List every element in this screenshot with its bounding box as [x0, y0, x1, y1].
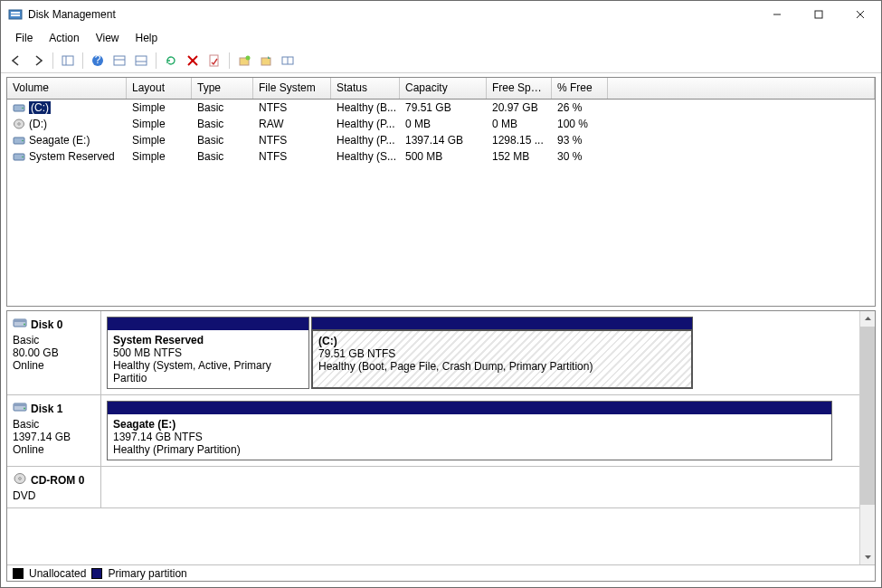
volume-fs: NTFS — [253, 149, 331, 164]
vertical-scrollbar[interactable] — [859, 311, 875, 564]
svg-rect-7 — [62, 56, 73, 65]
minimize-button[interactable] — [756, 1, 798, 28]
disk-row[interactable]: CD-ROM 0DVD — [7, 467, 859, 508]
col-volume[interactable]: Volume — [7, 78, 127, 99]
disk-management-window: Disk Management File Action View Help ? — [0, 0, 882, 588]
svg-point-24 — [22, 108, 24, 109]
disk-partitions — [101, 467, 859, 507]
disk-info-line: Basic — [13, 418, 95, 431]
volume-layout: Simple — [127, 133, 192, 147]
col-pctfree[interactable]: % Free — [552, 78, 608, 99]
partition-bar — [108, 318, 308, 330]
col-layout[interactable]: Layout — [127, 78, 192, 99]
volume-row[interactable]: Seagate (E:)SimpleBasicNTFSHealthy (P...… — [7, 132, 875, 148]
layout-button[interactable] — [278, 51, 298, 71]
partition-bar — [312, 318, 692, 330]
disk-graphical-view[interactable]: Disk 0Basic80.00 GBOnlineSystem Reserved… — [6, 310, 876, 582]
volume-list[interactable]: Volume Layout Type File System Status Ca… — [6, 77, 876, 307]
volume-type: Basic — [192, 117, 253, 131]
volume-layout: Simple — [127, 117, 192, 131]
partition-title: Seagate (E:) — [113, 418, 826, 431]
scroll-up-button[interactable] — [860, 311, 875, 327]
scroll-down-button[interactable] — [860, 549, 875, 564]
volume-row[interactable]: (C:)SimpleBasicNTFSHealthy (B...79.51 GB… — [7, 100, 875, 116]
svg-point-19 — [246, 55, 251, 60]
disk-row[interactable]: Disk 1Basic1397.14 GBOnlineSeagate (E:)1… — [7, 395, 859, 467]
col-capacity[interactable]: Capacity — [400, 78, 487, 99]
col-status[interactable]: Status — [331, 78, 400, 99]
disk-info-line: 80.00 GB — [13, 346, 95, 359]
disk-info-line: Basic — [13, 334, 95, 346]
disk-icon — [13, 317, 27, 332]
volume-pct: 30 % — [552, 149, 608, 164]
volume-fs: RAW — [253, 117, 331, 131]
volume-row[interactable]: System ReservedSimpleBasicNTFSHealthy (S… — [7, 148, 875, 165]
volume-capacity: 1397.14 GB — [400, 133, 487, 147]
volume-type: Basic — [192, 149, 253, 164]
content: Volume Layout Type File System Status Ca… — [1, 73, 881, 587]
partition[interactable]: (C:)79.51 GB NTFSHealthy (Boot, Page Fil… — [311, 317, 693, 389]
volume-type: Basic — [192, 133, 253, 147]
svg-rect-2 — [11, 14, 20, 16]
volume-icon — [13, 135, 25, 146]
help-button[interactable]: ? — [88, 51, 108, 71]
disk-info: Disk 0Basic80.00 GBOnline — [7, 311, 101, 394]
titlebar[interactable]: Disk Management — [1, 1, 881, 28]
menu-help[interactable]: Help — [128, 30, 166, 46]
volume-capacity: 79.51 GB — [400, 100, 487, 115]
properties-button[interactable] — [204, 51, 224, 71]
svg-point-38 — [19, 478, 22, 480]
volume-capacity: 0 MB — [400, 117, 487, 131]
delete-button[interactable] — [183, 51, 203, 71]
close-button[interactable] — [839, 1, 881, 28]
volume-list-header[interactable]: Volume Layout Type File System Status Ca… — [7, 78, 875, 100]
new-item2-button[interactable] — [256, 51, 276, 71]
svg-rect-35 — [14, 403, 26, 406]
svg-point-30 — [22, 156, 24, 158]
settings-top-button[interactable] — [109, 51, 129, 71]
app-icon — [8, 7, 23, 22]
scroll-thumb[interactable] — [860, 327, 875, 505]
show-hide-tree-button[interactable] — [58, 51, 78, 71]
disk-info-line: Online — [13, 443, 95, 456]
disk-row[interactable]: Disk 0Basic80.00 GBOnlineSystem Reserved… — [7, 311, 859, 395]
menu-action[interactable]: Action — [42, 30, 86, 46]
disk-info: CD-ROM 0DVD — [7, 467, 101, 507]
svg-text:?: ? — [95, 54, 101, 66]
refresh-button[interactable] — [161, 51, 181, 71]
partition-sub: 500 MB NTFS — [113, 346, 303, 359]
disk-icon — [13, 401, 27, 416]
svg-rect-1 — [11, 12, 20, 14]
settings-bottom-button[interactable] — [131, 51, 151, 71]
volume-capacity: 500 MB — [400, 149, 487, 164]
maximize-button[interactable] — [798, 1, 839, 28]
partition-status: Healthy (Boot, Page File, Crash Dump, Pr… — [318, 360, 686, 373]
legend-swatch-primary — [91, 568, 102, 579]
forward-button[interactable] — [28, 51, 48, 71]
volume-name: (C:) — [29, 101, 51, 114]
disk-info-line: Online — [13, 359, 95, 372]
partition-title: System Reserved — [113, 334, 303, 346]
volume-row[interactable]: (D:)SimpleBasicRAWHealthy (P...0 MB0 MB1… — [7, 116, 875, 132]
partition[interactable]: Seagate (E:)1397.14 GB NTFSHealthy (Prim… — [107, 401, 832, 460]
volume-pct: 26 % — [552, 100, 608, 115]
volume-pct: 93 % — [552, 133, 608, 147]
svg-rect-32 — [14, 319, 26, 322]
back-button[interactable] — [6, 51, 26, 71]
col-freespace[interactable]: Free Spa... — [487, 78, 552, 99]
col-type[interactable]: Type — [192, 78, 253, 99]
volume-status: Healthy (P... — [331, 133, 400, 147]
disk-label: Disk 1 — [31, 403, 62, 415]
menu-file[interactable]: File — [8, 30, 40, 46]
new-item-button[interactable] — [234, 51, 254, 71]
menu-view[interactable]: View — [89, 30, 127, 46]
volume-status: Healthy (B... — [331, 100, 400, 115]
col-filesystem[interactable]: File System — [253, 78, 331, 99]
volume-layout: Simple — [127, 149, 192, 164]
svg-rect-20 — [261, 58, 270, 65]
volume-status: Healthy (S... — [331, 149, 400, 164]
volume-layout: Simple — [127, 100, 192, 115]
partition[interactable]: System Reserved500 MB NTFSHealthy (Syste… — [107, 317, 309, 389]
legend-swatch-unallocated — [13, 568, 24, 579]
volume-name: (D:) — [29, 118, 47, 130]
